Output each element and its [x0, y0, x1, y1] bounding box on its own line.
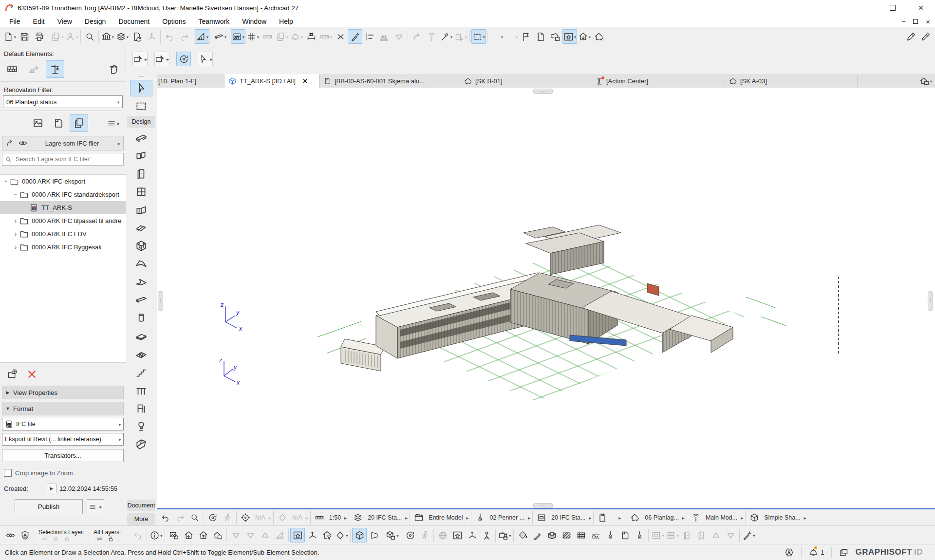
tool-stairS-button[interactable] — [130, 364, 152, 380]
marquee-button[interactable]: ▾ — [471, 29, 486, 44]
syringe-button[interactable] — [918, 29, 933, 44]
menu-view[interactable]: View — [51, 17, 78, 26]
axis3-button[interactable] — [305, 528, 319, 542]
chevron-icon[interactable]: › — [13, 217, 19, 224]
tree-item-tt-ark-s[interactable]: TT_ARK-S — [0, 201, 126, 214]
arrdnbar-button[interactable] — [723, 528, 738, 542]
tool-window-button[interactable] — [130, 184, 152, 200]
option-button[interactable]: 20 IFC Sta...▸ — [365, 510, 408, 525]
option-button[interactable]: 06 Planlag...▸ — [642, 510, 685, 525]
option-button[interactable]: Simple Sha...▸ — [762, 510, 806, 525]
zoominplus-button[interactable] — [187, 510, 202, 525]
triup-button[interactable] — [258, 528, 272, 542]
gridhash-button[interactable]: ▾ — [245, 29, 260, 44]
publisher-sets-button[interactable] — [70, 114, 88, 132]
weight-button[interactable]: ▾ — [289, 29, 304, 44]
pointer-button[interactable]: ▸ — [198, 52, 213, 66]
lockshield-button[interactable] — [18, 528, 32, 542]
project-map-button[interactable] — [3, 114, 21, 132]
sync-button[interactable] — [130, 29, 144, 44]
tool-cwindow-button[interactable] — [130, 202, 152, 218]
rulertri-button[interactable]: ▾ — [195, 29, 209, 44]
flist-button[interactable] — [533, 29, 548, 44]
tab--sk-b-01-[interactable]: [SK B-01] — [460, 74, 591, 88]
xmark-button[interactable] — [333, 29, 348, 44]
tool-shellA-button[interactable] — [130, 274, 152, 290]
cloudtab-button[interactable] — [548, 29, 562, 44]
tool-railR-button[interactable] — [130, 382, 152, 398]
diamondsel-button[interactable]: ▾ — [334, 528, 349, 542]
orbit-button[interactable] — [206, 510, 220, 525]
renovation-filter-select[interactable]: 06 Planlagt status ▾ — [3, 95, 123, 108]
doc-button[interactable]: ▾ — [2, 29, 17, 44]
lock-icon[interactable] — [53, 536, 59, 542]
tool-curtain-button[interactable] — [130, 238, 152, 254]
crane-default-button[interactable] — [46, 60, 64, 78]
tab--bb-00-as-60-001-skjema-alu-[interactable]: [BB-00-AS-60-001 Skjema alu... — [319, 74, 460, 88]
copy-button[interactable]: ▾ — [50, 29, 64, 44]
doc-minimize-button[interactable]: – — [902, 18, 906, 25]
tree-item-0000-ark-ifc-tilpasset-til-andre[interactable]: ›0000 ARK IFC tilpasset til andre — [0, 214, 126, 227]
chevron-icon[interactable]: › — [13, 243, 19, 251]
person-button[interactable]: ▾ — [64, 29, 79, 44]
cube-button[interactable] — [352, 528, 367, 542]
hatch2-button[interactable] — [574, 528, 588, 542]
option-button[interactable]: N/A▸ — [253, 510, 272, 525]
info-button[interactable]: ▾ — [149, 528, 163, 542]
delete-button[interactable] — [24, 367, 39, 381]
trislope-button[interactable] — [272, 528, 287, 542]
tool-roofF-button[interactable] — [130, 256, 152, 272]
hatch-button[interactable] — [559, 528, 574, 542]
cubetable-button[interactable]: ▾ — [385, 528, 399, 542]
3d-viewport[interactable]: z y x z y x ⋯ ⋯ ⋯ ⋯ — [157, 88, 935, 509]
format-preset-select[interactable]: Eksport til Revit (... linket referanse)… — [2, 433, 124, 446]
housetable-button[interactable] — [210, 528, 225, 542]
riser-button[interactable] — [424, 29, 439, 44]
splitter-handle-left[interactable]: ⋯ — [158, 291, 163, 311]
axe-button[interactable]: ▾ — [439, 29, 453, 44]
tool-door-button[interactable] — [130, 166, 152, 182]
menu-edit[interactable]: Edit — [27, 17, 51, 26]
unlock-icon[interactable] — [64, 536, 70, 542]
ruler-button[interactable] — [260, 29, 275, 44]
layers-button[interactable]: ▾ — [115, 29, 130, 44]
houses-button[interactable]: ▾ — [577, 29, 592, 44]
undo-button[interactable] — [131, 528, 145, 542]
tool-wall-button[interactable] — [130, 130, 152, 146]
graphisoft-account-icon[interactable] — [784, 547, 794, 558]
chevron-icon[interactable]: › — [12, 192, 19, 198]
tool-columnC-button[interactable] — [130, 310, 152, 326]
boxsel-button[interactable]: ▾ — [453, 29, 468, 44]
walk-button[interactable] — [220, 510, 235, 525]
waveline-button[interactable] — [588, 528, 603, 542]
tool-skylight-button[interactable] — [130, 220, 152, 236]
eyedrop-button[interactable] — [903, 29, 918, 44]
option-button[interactable]: 02 Penner ...▸ — [487, 510, 531, 525]
layoutpg-button[interactable] — [617, 528, 632, 542]
eye-slash-icon[interactable] — [41, 536, 48, 542]
dimline-button[interactable]: ▾ — [318, 29, 333, 44]
windows-overview-icon[interactable] — [839, 547, 849, 558]
tree-item-0000-ark-ifc-eksport[interactable]: ›0000 ARK IFC-eksport — [0, 175, 126, 188]
wand-button[interactable] — [348, 29, 362, 44]
tab--sk-a-03-[interactable]: [SK A-03] — [725, 74, 858, 88]
tab-tt-ark-s-3d-all-[interactable]: TT_ARK-S [3D / All]✕ — [224, 74, 319, 88]
chevron-icon[interactable]: › — [13, 230, 19, 238]
save-button[interactable] — [17, 29, 32, 44]
format-type-select[interactable]: IFC file ▾ — [2, 418, 124, 430]
menu-teamwork[interactable]: Teamwork — [192, 17, 236, 26]
houseframe-button[interactable]: ▾ — [562, 29, 577, 44]
ibeam-button[interactable]: ▾ — [489, 29, 504, 44]
wand-button[interactable]: ▾ — [741, 528, 756, 542]
housesolo-button[interactable] — [628, 510, 642, 525]
splitter-handle-bottom[interactable]: ⋯ — [533, 503, 553, 508]
lock-icon[interactable] — [108, 536, 114, 542]
excavator-default-button[interactable] — [24, 60, 43, 78]
align-button[interactable] — [362, 29, 377, 44]
eye-slash-icon[interactable] — [96, 536, 103, 542]
rotate-button[interactable] — [176, 52, 191, 66]
wall-default-button[interactable] — [3, 60, 21, 78]
doc-restore-button[interactable] — [913, 19, 918, 24]
diamond-button[interactable] — [275, 510, 290, 525]
houseframe2-button[interactable] — [450, 528, 465, 542]
